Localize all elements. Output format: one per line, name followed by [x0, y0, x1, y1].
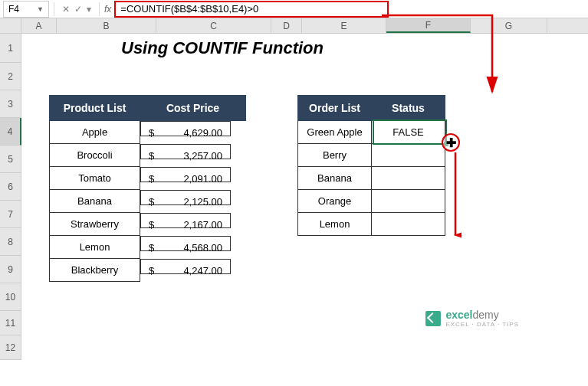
formula-text: =COUNTIF($B$4:$B$10,E4)>0 — [120, 3, 258, 15]
column-header-C[interactable]: C — [156, 18, 271, 33]
row-headers: 123456789101112 — [0, 34, 21, 360]
fx-dropdown-icon[interactable]: ▾ — [87, 4, 91, 15]
table-row[interactable]: Apple$4,629.00 — [50, 121, 246, 144]
table-row[interactable]: Broccoli$3,257.00 — [50, 144, 246, 167]
column-header-B[interactable]: B — [57, 18, 156, 33]
order-table: Order List Status Green AppleFALSEBerryB… — [297, 95, 445, 236]
plus-cursor-icon: ✚ — [446, 136, 456, 150]
product-price[interactable]: $4,247.00 — [140, 259, 231, 274]
order-name[interactable]: Berry — [298, 144, 372, 167]
row-header-3[interactable]: 3 — [0, 90, 21, 118]
logo-icon — [425, 311, 441, 326]
table-header: Product List — [50, 96, 140, 121]
row-header-11[interactable]: 11 — [0, 311, 21, 335]
column-header-A[interactable]: A — [21, 18, 57, 33]
column-header-F[interactable]: F — [386, 18, 471, 33]
row-header-10[interactable]: 10 — [0, 283, 21, 311]
table-header: Cost Price — [140, 96, 246, 121]
cancel-icon[interactable]: ✕ — [62, 4, 70, 15]
row-header-1[interactable]: 1 — [0, 34, 21, 63]
confirm-icon[interactable]: ✓ — [74, 4, 82, 15]
grid: 123456789101112 Using COUNTIF Function P… — [0, 34, 588, 360]
name-box-value: F4 — [8, 4, 19, 15]
table-row[interactable]: Lemon — [298, 213, 445, 236]
name-box-dropdown-icon[interactable]: ▼ — [37, 5, 44, 13]
order-name[interactable]: Green Apple — [298, 121, 372, 144]
fx-label[interactable]: fx — [101, 4, 114, 15]
product-name[interactable]: Strawberry — [50, 213, 140, 236]
order-table-body: Green AppleFALSEBerryBananaOrangeLemon — [298, 121, 445, 236]
order-name[interactable]: Banana — [298, 167, 372, 190]
row-header-7[interactable]: 7 — [0, 201, 21, 228]
row-header-12[interactable]: 12 — [0, 335, 21, 360]
table-row[interactable]: Blackberry$4,247.00 — [50, 259, 246, 282]
table-header: Order List — [298, 96, 372, 121]
row-header-2[interactable]: 2 — [0, 63, 21, 90]
brand-logo: exceldemy EXCEL · DATA · TIPS — [425, 309, 519, 328]
divider — [99, 2, 100, 16]
product-name[interactable]: Apple — [50, 121, 140, 144]
logo-text: exceldemy — [445, 309, 519, 321]
row-header-5[interactable]: 5 — [0, 146, 21, 173]
order-name[interactable]: Orange — [298, 190, 372, 213]
table-header: Status — [372, 96, 445, 121]
product-name[interactable]: Lemon — [50, 236, 140, 259]
product-name[interactable]: Banana — [50, 190, 140, 213]
formula-input[interactable]: =COUNTIF($B$4:$B$10,E4)>0 — [114, 1, 389, 18]
excel-window: F4 ▼ ✕ ✓ ▾ fx =COUNTIF($B$4:$B$10,E4)>0 … — [0, 0, 588, 386]
table-row[interactable]: Banana$2,125.00 — [50, 190, 246, 213]
order-status[interactable] — [372, 190, 445, 213]
formula-controls: ✕ ✓ ▾ — [56, 4, 97, 15]
product-name[interactable]: Broccoli — [50, 144, 140, 167]
column-header-E[interactable]: E — [302, 18, 386, 33]
row-header-6[interactable]: 6 — [0, 173, 21, 201]
product-name[interactable]: Tomato — [50, 167, 140, 190]
order-status[interactable] — [372, 167, 445, 190]
product-price[interactable]: $2,091.00 — [140, 167, 231, 182]
page-title: Using COUNTIF Function — [121, 38, 324, 58]
table-row[interactable]: Banana — [298, 167, 445, 190]
table-row[interactable]: Berry — [298, 144, 445, 167]
order-status[interactable]: FALSE — [372, 121, 445, 144]
product-table-body: Apple$4,629.00Broccoli$3,257.00Tomato$2,… — [50, 121, 246, 282]
order-status[interactable] — [372, 144, 445, 167]
table-row[interactable]: Green AppleFALSE — [298, 121, 445, 144]
table-row[interactable]: Tomato$2,091.00 — [50, 167, 246, 190]
order-name[interactable]: Lemon — [298, 213, 372, 236]
select-all-corner[interactable] — [0, 18, 21, 33]
table-row[interactable]: Lemon$4,568.00 — [50, 236, 246, 259]
column-header-G[interactable]: G — [471, 18, 547, 33]
column-headers: ABCDEFG — [0, 18, 588, 34]
product-price[interactable]: $2,167.00 — [140, 213, 231, 228]
product-price[interactable]: $4,568.00 — [140, 236, 231, 251]
product-name[interactable]: Blackberry — [50, 259, 140, 282]
cursor-annotation-icon: ✚ — [442, 133, 460, 152]
product-price[interactable]: $2,125.00 — [140, 190, 231, 205]
product-price[interactable]: $3,257.00 — [140, 144, 231, 159]
product-price[interactable]: $4,629.00 — [140, 121, 231, 136]
row-header-4[interactable]: 4 — [0, 118, 21, 146]
product-table: Product List Cost Price Apple$4,629.00Br… — [49, 95, 246, 282]
logo-subtitle: EXCEL · DATA · TIPS — [445, 321, 519, 328]
column-header-D[interactable]: D — [271, 18, 302, 33]
name-box[interactable]: F4 ▼ — [3, 1, 49, 18]
order-status[interactable] — [372, 213, 445, 236]
formula-bar: F4 ▼ ✕ ✓ ▾ fx =COUNTIF($B$4:$B$10,E4)>0 — [0, 0, 588, 18]
row-header-9[interactable]: 9 — [0, 256, 21, 283]
table-row[interactable]: Strawberry$2,167.00 — [50, 213, 246, 236]
divider — [54, 2, 54, 16]
table-row[interactable]: Orange — [298, 190, 445, 213]
sheet-area[interactable]: Using COUNTIF Function Product List Cost… — [21, 34, 588, 360]
row-header-8[interactable]: 8 — [0, 228, 21, 256]
drag-down-arrow-icon — [449, 152, 462, 244]
